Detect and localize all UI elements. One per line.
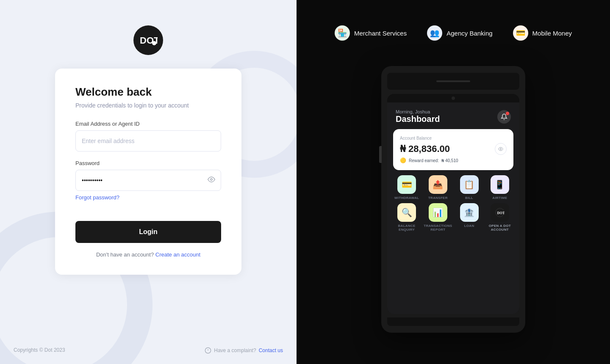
agency-icon: 👥 [427,25,442,41]
svg-text:DOT: DOT [497,211,504,215]
complaint-icon [205,347,211,354]
complaint-section: Have a complaint? Contact us [205,347,283,354]
greeting-block: Morning, Joshua Dashboard [396,109,440,124]
copyright-text: Copyrights © Dot 2023 [14,347,65,354]
email-input[interactable] [75,130,221,152]
email-label: Email Address or Agent ID [75,121,221,127]
pos-top-line [436,80,470,82]
transactions-label: TRANSACTIONS REPORT [424,224,452,232]
reward-row: 🟡 Reward earned: ₦ 40,510 [400,157,507,163]
withdrawal-label: WITHDRAWAL [394,196,419,200]
action-transfer[interactable]: 📤 TRANSFER [424,175,452,200]
dot-logo-icon: DOT [495,208,505,217]
reward-amount: ₦ 40,510 [441,158,458,163]
app-screen: Morning, Joshua Dashboard [387,102,519,314]
eye-icon[interactable] [208,176,215,185]
pos-screen: Morning, Joshua Dashboard [387,94,519,314]
transfer-label: TRANSFER [428,196,448,200]
create-account-link[interactable]: Create an account [155,251,200,258]
bill-label: BILL [465,196,473,200]
open-account-label: OPEN A DOT ACCOUNT [486,224,513,232]
balance-eye-button[interactable] [495,143,507,155]
logo-circle: DOT [133,25,163,55]
greeting-text: Morning, Joshua [396,109,440,114]
password-input-wrapper [75,170,221,191]
loan-label: LOAN [464,224,474,228]
balance-enquiry-icon: 🔍 [397,203,416,222]
password-label: Password [75,160,221,166]
reward-coin-icon: 🟡 [400,157,406,163]
svg-point-1 [152,41,156,45]
action-loan[interactable]: 🏦 LOAN [455,203,482,232]
action-balance-enquiry[interactable]: 🔍 BALANCE ENQUIRY [393,203,420,232]
email-group: Email Address or Agent ID [75,121,221,152]
action-airtime[interactable]: 📱 AIRTIME [486,175,513,200]
balance-value: ₦ 28,836.00 [400,143,450,154]
left-footer: Copyrights © Dot 2023 Have a complaint? … [0,347,297,354]
phone-camera [452,97,455,100]
pos-bottom [387,317,519,326]
eye-icon [498,146,503,152]
service-agency[interactable]: 👥 Agency Banking [427,25,492,41]
mobile-icon: 💳 [513,25,528,41]
svg-point-4 [500,149,502,150]
left-panel: DOT Welcome back Provide credentials to … [0,0,297,364]
svg-point-2 [211,179,213,181]
pos-container: Morning, Joshua Dashboard [375,66,532,333]
password-input[interactable] [75,170,221,191]
password-group: Password Forgot password? [75,160,221,201]
service-agency-label: Agency Banking [446,30,492,37]
airtime-icon: 📱 [491,175,509,194]
action-transactions[interactable]: 📊 TRANSACTIONS REPORT [424,203,452,232]
logo-wrapper: DOT [133,25,163,55]
notification-dot [506,112,509,115]
reward-text: Reward earned: [409,158,439,163]
transactions-icon: 📊 [429,203,447,222]
service-mobile-label: Mobile Money [532,30,572,37]
service-merchant[interactable]: 🏪 Merchant Services [335,25,407,41]
airtime-label: AIRTIME [492,196,507,200]
services-nav: 🏪 Merchant Services 👥 Agency Banking 💳 M… [335,25,572,41]
forgot-password-link[interactable]: Forgot password? [75,194,221,201]
transfer-icon: 📤 [429,175,447,194]
balance-enquiry-label: BALANCE ENQUIRY [393,224,420,232]
pos-top-area [387,73,519,90]
contact-link[interactable]: Contact us [259,347,283,353]
open-account-icon: DOT [491,203,509,222]
right-panel: 🏪 Merchant Services 👥 Agency Banking 💳 M… [297,0,610,364]
bill-icon: 📋 [460,175,479,194]
action-withdrawal[interactable]: 💳 WITHDRAWAL [393,175,420,200]
no-account-text: Don't have an account? [96,251,154,258]
service-merchant-label: Merchant Services [354,30,407,37]
balance-label: Account Balance [400,136,507,141]
action-grid: 💳 WITHDRAWAL 📤 TRANSFER 📋 BILL 📱 [387,175,519,236]
email-input-wrapper [75,130,221,152]
login-card: Welcome back Provide credentials to logi… [55,69,241,275]
withdrawal-icon: 💳 [397,175,416,194]
dashboard-title: Dashboard [396,114,440,124]
register-text: Don't have an account? Create an account [75,251,221,258]
app-header-row: Morning, Joshua Dashboard [396,109,511,124]
service-mobile[interactable]: 💳 Mobile Money [513,25,572,41]
notification-button[interactable] [497,110,511,124]
phone-notch [387,94,519,102]
action-open-account[interactable]: DOT OPEN A DOT ACCOUNT [486,203,513,232]
pos-side-button [379,146,382,163]
welcome-title: Welcome back [75,85,221,99]
welcome-subtitle: Provide credentials to login to your acc… [75,102,221,109]
app-header: Morning, Joshua Dashboard [387,102,519,129]
login-button[interactable]: Login [75,221,221,243]
pos-device: Morning, Joshua Dashboard [381,66,525,333]
loan-icon: 🏦 [460,203,479,222]
merchant-icon: 🏪 [335,25,350,41]
complaint-text: Have a complaint? [214,347,256,353]
balance-card: Account Balance ₦ 28,836.00 🟡 [393,129,513,170]
action-bill[interactable]: 📋 BILL [455,175,482,200]
balance-amount: ₦ 28,836.00 [400,143,507,155]
